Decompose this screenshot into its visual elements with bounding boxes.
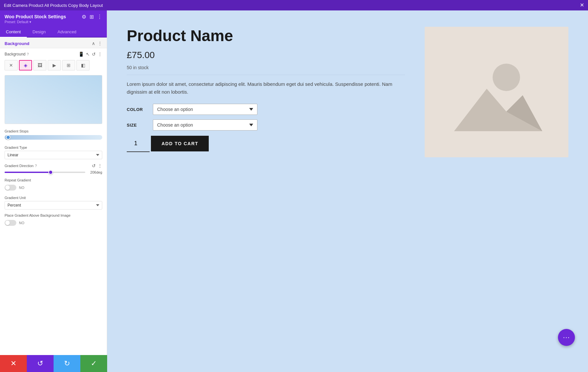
- redo-button[interactable]: ↻: [54, 355, 80, 372]
- gradient-stop-thumb[interactable]: [6, 135, 10, 140]
- color-attribute-row: COLOR Choose an option: [127, 104, 405, 115]
- preset-label[interactable]: Preset: Default ▾: [5, 20, 102, 24]
- sidebar-header: Woo Product Stock Settings ⚙ ⊞ ⋮ Preset:…: [0, 10, 107, 27]
- section-header-icons: ∧ ⋮: [92, 41, 102, 46]
- main-layout: Woo Product Stock Settings ⚙ ⊞ ⋮ Preset:…: [0, 10, 588, 372]
- gradient-type-label: Gradient Type: [5, 146, 102, 149]
- bg-type-image[interactable]: 🖼: [33, 60, 46, 70]
- gradient-stops-row: Gradient Stops: [0, 127, 107, 144]
- undo-icon[interactable]: ↺: [92, 52, 96, 57]
- type-icons-row: ✕ ◈ 🖼 ▶ ⊞ ◧: [0, 59, 107, 74]
- direction-slider-fill: [5, 172, 51, 173]
- repeat-gradient-thumb: [5, 185, 10, 190]
- direction-actions: ↺ ⋮: [92, 163, 102, 168]
- gradient-preview[interactable]: [5, 75, 102, 124]
- place-gradient-thumb: [5, 221, 10, 225]
- product-price: £75.00: [127, 50, 405, 60]
- collapse-icon[interactable]: ∧: [92, 41, 95, 46]
- background-help-icon[interactable]: ?: [27, 52, 29, 56]
- product-name: Product Name: [127, 27, 405, 45]
- delete-button[interactable]: ✕: [0, 355, 27, 372]
- quantity-input[interactable]: [127, 135, 150, 152]
- product-layout: Product Name £75.00 50 in stock Lorem ip…: [127, 27, 568, 160]
- sidebar-toolbar: ✕ ↺ ↻ ✓: [0, 355, 107, 372]
- section-title: Background: [5, 41, 29, 46]
- reset-button[interactable]: ↺: [27, 355, 54, 372]
- cursor-icon[interactable]: ↖: [86, 52, 90, 57]
- settings-icon[interactable]: ⚙: [82, 14, 86, 20]
- sidebar-tabs: Content Design Advanced: [0, 27, 107, 38]
- gradient-direction-label: Gradient Direction ?: [5, 164, 37, 168]
- direction-slider-thumb[interactable]: [48, 170, 53, 175]
- product-stock: 50 in stock: [127, 65, 405, 75]
- size-attribute-row: SIZE Choose an option: [127, 119, 405, 131]
- place-gradient-state: NO: [19, 221, 24, 225]
- save-button[interactable]: ✓: [80, 355, 107, 372]
- svg-point-1: [493, 64, 520, 91]
- product-info: Product Name £75.00 50 in stock Lorem ip…: [127, 27, 405, 160]
- module-title: Woo Product Stock Settings: [5, 14, 66, 19]
- bg-type-mask[interactable]: ◧: [76, 60, 90, 70]
- gradient-unit-label: Gradient Unit: [5, 196, 102, 200]
- sidebar-content: Background ∧ ⋮ Background ? 📱 ↖ ↺ ⋮: [0, 38, 107, 372]
- title-bar-text: Edit Camera Product All Products Copy Bo…: [4, 3, 103, 8]
- repeat-gradient-toggle[interactable]: [5, 185, 16, 191]
- color-label: COLOR: [127, 107, 146, 112]
- direction-help-icon[interactable]: ?: [35, 164, 37, 168]
- product-description: Lorem ipsum dolor sit amet, consectetur …: [127, 80, 405, 96]
- tab-content[interactable]: Content: [0, 27, 27, 38]
- size-label: SIZE: [127, 123, 146, 128]
- background-type-actions: 📱 ↖ ↺ ⋮: [78, 52, 102, 57]
- bg-type-pattern[interactable]: ⊞: [62, 60, 75, 70]
- sidebar-module-row: Woo Product Stock Settings ⚙ ⊞ ⋮: [5, 14, 102, 20]
- color-select[interactable]: Choose an option: [153, 104, 257, 115]
- direction-slider-track[interactable]: [5, 172, 85, 173]
- responsive-icon[interactable]: 📱: [78, 52, 84, 57]
- gradient-type-row: Gradient Type Linear Radial: [0, 144, 107, 161]
- type-more-icon[interactable]: ⋮: [98, 52, 102, 57]
- floating-action-button[interactable]: ···: [558, 329, 575, 346]
- repeat-gradient-row: Repeat Gradient NO: [0, 176, 107, 194]
- more-icon[interactable]: ⋮: [97, 14, 102, 20]
- repeat-gradient-toggle-row: NO: [5, 183, 102, 192]
- direction-more-icon[interactable]: ⋮: [98, 163, 102, 168]
- direction-header-row: Gradient Direction ? ↺ ⋮: [5, 163, 102, 168]
- background-type-row: Background ? 📱 ↖ ↺ ⋮: [0, 48, 107, 59]
- direction-slider-value: 206deg: [88, 170, 102, 174]
- gradient-unit-row: Gradient Unit Percent Pixels: [0, 194, 107, 211]
- close-button[interactable]: ✕: [580, 3, 584, 8]
- gradient-direction-row: Gradient Direction ? ↺ ⋮ 206deg: [0, 161, 107, 176]
- sidebar: Woo Product Stock Settings ⚙ ⊞ ⋮ Preset:…: [0, 10, 107, 372]
- layout-icon[interactable]: ⊞: [90, 14, 94, 20]
- place-gradient-toggle-row: NO: [5, 219, 102, 227]
- main-content: Product Name £75.00 50 in stock Lorem ip…: [107, 10, 588, 372]
- bg-type-none[interactable]: ✕: [5, 60, 18, 70]
- tab-design[interactable]: Design: [27, 27, 52, 38]
- direction-slider-row: 206deg: [5, 170, 102, 174]
- gradient-stops-track[interactable]: [5, 135, 102, 140]
- sidebar-header-icons: ⚙ ⊞ ⋮: [82, 14, 102, 20]
- repeat-gradient-label: Repeat Gradient: [5, 178, 102, 182]
- direction-undo-icon[interactable]: ↺: [92, 163, 96, 168]
- gradient-stops-label: Gradient Stops: [5, 129, 102, 133]
- product-image: [425, 27, 568, 157]
- gradient-unit-select[interactable]: Percent Pixels: [5, 201, 102, 209]
- size-select[interactable]: Choose an option: [153, 119, 257, 131]
- background-label: Background ?: [5, 52, 29, 56]
- bg-type-video[interactable]: ▶: [48, 60, 61, 70]
- add-to-cart-button[interactable]: ADD TO CART: [151, 136, 209, 151]
- place-gradient-label: Place Gradient Above Background Image: [5, 213, 102, 217]
- repeat-gradient-state: NO: [19, 186, 24, 190]
- background-section-header: Background ∧ ⋮: [0, 38, 107, 48]
- tab-advanced[interactable]: Advanced: [52, 27, 82, 38]
- title-bar: Edit Camera Product All Products Copy Bo…: [0, 0, 588, 10]
- place-gradient-row: Place Gradient Above Background Image NO: [0, 211, 107, 229]
- bg-type-gradient[interactable]: ◈: [19, 60, 32, 70]
- place-gradient-toggle[interactable]: [5, 220, 16, 226]
- gradient-type-select[interactable]: Linear Radial: [5, 151, 102, 159]
- section-more-icon[interactable]: ⋮: [98, 41, 102, 46]
